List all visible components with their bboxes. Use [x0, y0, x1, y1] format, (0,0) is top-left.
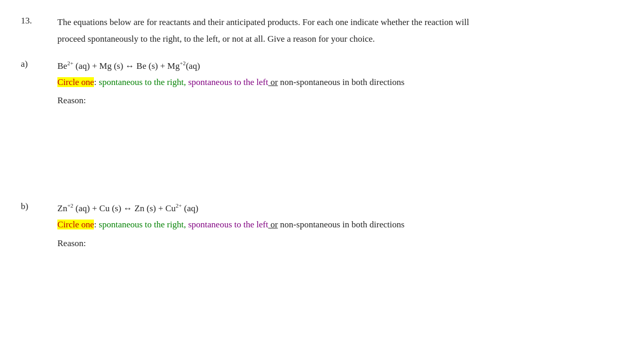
part-b-option1: spontaneous to the right,	[97, 220, 186, 229]
part-a-circle-line: Circle one: spontaneous to the right, sp…	[57, 75, 605, 89]
part-a-label: a)	[21, 59, 57, 108]
part-b-circle-one: Circle one	[57, 220, 94, 229]
question-text: The equations below are for reactants an…	[57, 16, 605, 50]
part-a-option2: spontaneous to the left	[188, 77, 268, 87]
part-b-or: or	[268, 220, 278, 229]
question-text-line2: proceed spontaneously to the right, to t…	[57, 32, 605, 46]
part-b-option3: non-spontaneous in both directions	[278, 220, 405, 229]
part-b-label: b)	[21, 201, 57, 250]
part-b-equation: Zn+2 (aq) + Cu (s) ↔ Zn (s) + Cu2+ (aq)	[57, 201, 605, 215]
part-a-block: a) Be2+ (aq) + Mg (s) ↔ Be (s) + Mg+2(aq…	[21, 59, 605, 108]
question-number: 13.	[21, 16, 57, 50]
part-a-equation: Be2+ (aq) + Mg (s) ↔ Be (s) + Mg+2(aq)	[57, 59, 605, 73]
part-b-reason: Reason:	[57, 236, 605, 250]
part-a-circle-one: Circle one	[57, 77, 94, 87]
part-a-content: Be2+ (aq) + Mg (s) ↔ Be (s) + Mg+2(aq) C…	[57, 59, 605, 108]
part-a-reason: Reason:	[57, 93, 605, 107]
part-a-or: or	[268, 77, 278, 87]
part-b-option2: spontaneous to the left	[188, 220, 268, 229]
question-text-line1: The equations below are for reactants an…	[57, 16, 605, 29]
part-b-content: Zn+2 (aq) + Cu (s) ↔ Zn (s) + Cu2+ (aq) …	[57, 201, 605, 250]
part-a-option3: non-spontaneous in both directions	[278, 77, 405, 87]
part-b-circle-line: Circle one: spontaneous to the right, sp…	[57, 217, 605, 232]
part-a-option1: spontaneous to the right,	[97, 77, 186, 87]
part-b-block: b) Zn+2 (aq) + Cu (s) ↔ Zn (s) + Cu2+ (a…	[21, 201, 605, 250]
question-13-block: 13. The equations below are for reactant…	[21, 16, 605, 50]
